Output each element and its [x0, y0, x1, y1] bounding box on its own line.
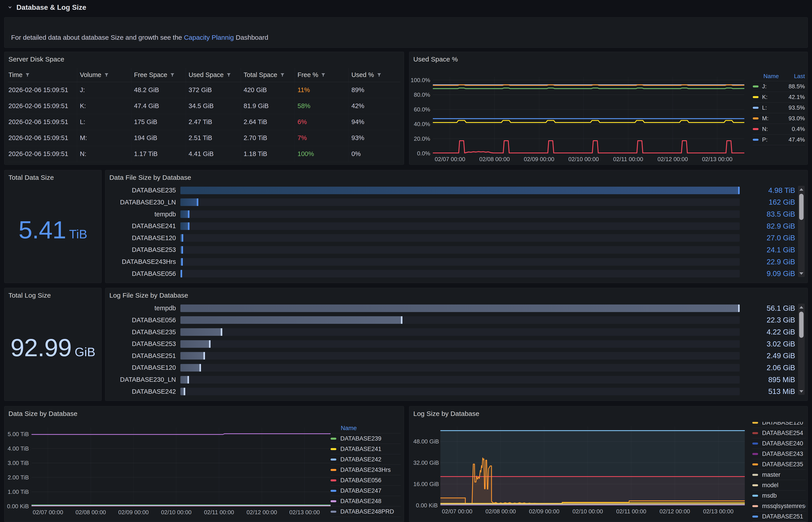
bar-gauge-row: DATABASE230_LN895 MiB: [109, 374, 795, 386]
table-cell: 2026-02-06 15:09:51: [8, 82, 77, 98]
series-color-swatch: [753, 85, 758, 87]
legend-item-P[interactable]: P:47.4%: [753, 135, 805, 145]
bar-fill: [180, 222, 189, 230]
legend-label: mssqlsystemresource: [762, 503, 806, 509]
panel-title[interactable]: Server Disk Space: [8, 56, 64, 63]
scrollbar-thumb[interactable]: [799, 194, 804, 220]
table-row[interactable]: 2026-02-06 15:09:51N:1.17 TiB4.41 GiB1.1…: [8, 146, 400, 162]
series-color-swatch: [753, 117, 758, 119]
chevron-down-icon[interactable]: [7, 4, 13, 10]
scroll-down-icon[interactable]: [798, 270, 805, 277]
legend-item-master[interactable]: master: [752, 469, 806, 480]
scroll-up-icon[interactable]: [798, 304, 805, 310]
bar-cap: [204, 352, 205, 360]
legend-item-M[interactable]: M:93.0%: [753, 113, 805, 124]
legend-item-DATABASE120[interactable]: DATABASE120: [752, 422, 806, 428]
legend-item-DATABASE248PRD[interactable]: DATABASE248PRD: [331, 506, 401, 517]
bar-value: 2.49 GiB: [740, 352, 795, 360]
filter-funnel-icon[interactable]: [377, 73, 381, 78]
legend-item-msdb[interactable]: msdb: [752, 490, 806, 501]
legend-item-mssqlsystemresource[interactable]: mssqlsystemresource: [752, 501, 806, 511]
table-row[interactable]: 2026-02-06 15:09:51J:48.2 GiB372 GiB420 …: [8, 82, 400, 98]
column-header-total-space[interactable]: Total Space: [241, 68, 295, 82]
column-header-time[interactable]: Time: [8, 68, 77, 82]
column-header-free-[interactable]: Free %: [295, 68, 349, 82]
legend-item-DATABASE251[interactable]: DATABASE251: [752, 511, 806, 522]
data-file-bar-gauge: DATABASE2354.98 TiBDATABASE230_LN162 GiB…: [109, 184, 795, 280]
legend-label: DATABASE251: [762, 513, 803, 520]
panel-title[interactable]: Data Size by Database: [8, 410, 78, 418]
table-cell: 2026-02-06 15:09:51: [8, 130, 77, 146]
panel-title[interactable]: Log Size by Database: [413, 410, 479, 418]
scrollbar-thumb[interactable]: [799, 312, 804, 338]
panel-title[interactable]: Used Space %: [413, 56, 458, 63]
table-row[interactable]: 2026-02-06 15:09:51L:175 GiB2.47 TiB2.64…: [8, 114, 400, 130]
scrollbar-vertical[interactable]: [798, 304, 805, 395]
bar-cap: [738, 304, 740, 312]
panel-used-space-pct: Used Space % NameLastJ:88.5%K:42.1%L:93.…: [409, 52, 808, 165]
filter-funnel-icon[interactable]: [25, 73, 30, 78]
legend-item-DATABASE243[interactable]: DATABASE243: [752, 449, 806, 459]
series-color-swatch: [331, 469, 336, 471]
scroll-up-icon[interactable]: [798, 186, 805, 193]
filter-funnel-icon[interactable]: [170, 73, 175, 78]
legend-label: DATABASE243: [762, 450, 803, 457]
legend-item-N[interactable]: N:0.4%: [753, 124, 805, 135]
panel-title[interactable]: Total Data Size: [8, 174, 54, 181]
used-space-legend: NameLastJ:88.5%K:42.1%L:93.5%M:93.0%N:0.…: [753, 72, 805, 145]
legend-item-J[interactable]: J:88.5%: [753, 81, 805, 92]
column-header-volume[interactable]: Volume: [77, 68, 131, 82]
filter-funnel-icon[interactable]: [104, 73, 109, 78]
legend-item-K[interactable]: K:42.1%: [753, 92, 805, 102]
table-cell: 100%: [295, 146, 349, 162]
legend-item-DATABASE248[interactable]: DATABASE248: [331, 496, 401, 506]
bar-label: DATABASE120: [109, 364, 180, 371]
legend-item-DATABASE242[interactable]: DATABASE242: [331, 454, 401, 465]
legend-item-DATABASE254[interactable]: DATABASE254: [752, 428, 806, 438]
bar-label: DATABASE241: [109, 222, 180, 230]
x-axis-label: 02/10 00:00: [563, 508, 612, 515]
column-header-used-space[interactable]: Used Space: [186, 68, 241, 82]
legend-header-row: NameLast: [753, 72, 805, 81]
bar-gauge-row: tempdb56.1 GiB: [109, 302, 795, 314]
table-row[interactable]: 2026-02-06 15:09:51M:194 GiB2.51 TiB2.70…: [8, 130, 400, 146]
bar-gauge-row: DATABASE230_LN162 GiB: [109, 196, 795, 208]
column-label: Used Space: [189, 71, 224, 79]
scroll-down-icon[interactable]: [798, 388, 805, 395]
legend-item-DATABASE247[interactable]: DATABASE247: [331, 486, 401, 496]
panel-title[interactable]: Total Log Size: [8, 292, 51, 299]
legend-header-name[interactable]: Name: [764, 73, 779, 80]
bar-gauge-row: DATABASE243Hrs22.9 GiB: [109, 256, 795, 268]
panel-title[interactable]: Log File Size by Database: [109, 292, 188, 299]
dashboard-row-header[interactable]: Database & Log Size: [0, 0, 812, 15]
legend-header-last[interactable]: Last: [794, 73, 805, 80]
filter-funnel-icon[interactable]: [226, 73, 231, 78]
legend-item-model[interactable]: model: [752, 480, 806, 490]
legend-item-DATABASE056[interactable]: DATABASE056: [331, 475, 401, 486]
series-color-swatch: [752, 422, 758, 424]
legend-item-DATABASE240[interactable]: DATABASE240: [752, 438, 806, 449]
bar-fill: [180, 234, 183, 242]
filter-funnel-icon[interactable]: [321, 73, 326, 78]
legend-item-L[interactable]: L:93.5%: [753, 102, 805, 113]
series-color-swatch: [752, 432, 758, 434]
legend-item-DATABASE235[interactable]: DATABASE235: [752, 459, 806, 469]
bar-label: DATABASE230_LN: [109, 376, 180, 383]
panel-title[interactable]: Data File Size by Database: [109, 174, 191, 181]
bar-track: [180, 234, 740, 242]
legend-item-DATABASE241[interactable]: DATABASE241: [331, 444, 401, 454]
filter-funnel-icon[interactable]: [280, 73, 285, 78]
capacity-planning-link[interactable]: Capacity Plannig: [184, 34, 234, 41]
column-header-used-[interactable]: Used %: [349, 68, 397, 82]
bar-gauge-row: DATABASE2512.49 GiB: [109, 350, 795, 362]
legend-item-DATABASE239[interactable]: DATABASE239: [331, 434, 401, 444]
legend-item-DATABASE243Hrs[interactable]: DATABASE243Hrs: [331, 465, 401, 475]
scrollbar-vertical[interactable]: [798, 186, 805, 277]
data-size-legend: Name DATABASE239DATABASE241DATABASE242DA…: [331, 423, 401, 517]
bar-track: [180, 222, 740, 230]
table-row[interactable]: 2026-02-06 15:09:51K:47.4 GiB34.5 GiB81.…: [8, 98, 400, 114]
column-header-free-space[interactable]: Free Space: [131, 68, 186, 82]
note-text-before: For detailed data about database Size an…: [11, 34, 184, 41]
bar-label: tempdb: [109, 210, 180, 218]
legend-label: N:: [762, 126, 768, 133]
